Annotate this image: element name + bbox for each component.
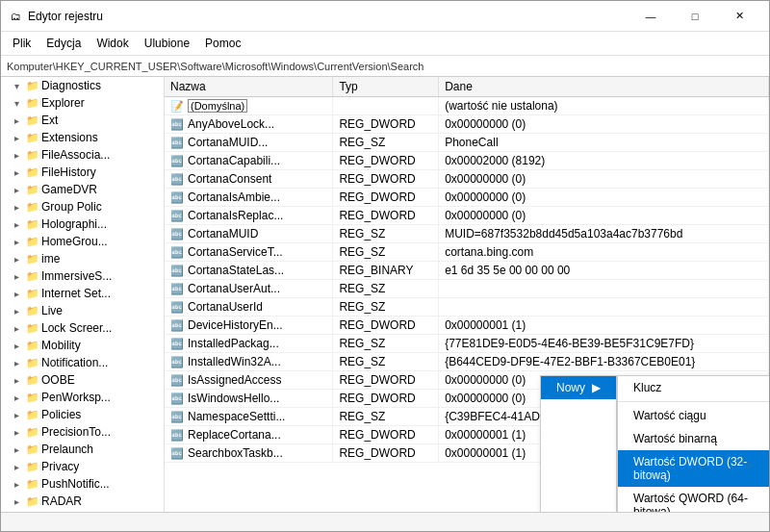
submenu-item[interactable]: Klucz <box>618 376 769 399</box>
table-row[interactable]: 🔤CortanaIsAmbie...REG_DWORD0x00000000 (0… <box>165 189 769 207</box>
expand-icon[interactable]: ▸ <box>14 185 24 195</box>
registry-editor-window: 🗂 Edytor rejestru — □ ✕ PlikEdycjaWidokU… <box>0 0 770 532</box>
sidebar-item[interactable]: ▸📁Internet Set... <box>1 285 164 302</box>
new-menu-item[interactable]: Nowy ▶ <box>541 376 616 399</box>
reg-value-icon: 🔤 <box>170 374 184 386</box>
sidebar-item[interactable]: ▸📁PenWorksp... <box>1 389 164 406</box>
expand-icon[interactable]: ▸ <box>14 150 24 161</box>
reg-value-icon: 🔤 <box>170 429 184 441</box>
expand-icon[interactable]: ▸ <box>14 323 24 334</box>
menu-item-pomoc[interactable]: Pomoc <box>197 34 248 53</box>
sidebar-item[interactable]: ▸📁ImmersiveS... <box>1 267 164 285</box>
table-row[interactable]: 🔤CortanaMUID...REG_SZPhoneCall <box>165 134 769 152</box>
sidebar[interactable]: ▾📁Diagnostics▾📁Explorer▸📁Ext▸📁Extensions… <box>1 77 165 512</box>
expand-icon[interactable]: ▸ <box>14 219 24 230</box>
expand-icon[interactable]: ▸ <box>14 358 24 368</box>
sidebar-item[interactable]: ▸📁Holographi... <box>1 215 164 233</box>
reg-value-icon: 🔤 <box>170 301 184 313</box>
expand-icon[interactable]: ▸ <box>14 202 24 213</box>
folder-icon: 📁 <box>26 235 39 248</box>
sidebar-item-label: PushNotific... <box>41 477 110 491</box>
cell-data: 0x00002000 (8192) <box>439 152 769 170</box>
sidebar-item[interactable]: ▾📁Diagnostics <box>1 77 164 94</box>
expand-icon[interactable]: ▸ <box>14 444 24 455</box>
table-row[interactable]: 🔤CortanaIsReplac...REG_DWORD0x00000000 (… <box>165 207 769 225</box>
default-value-label: (Domyślna) <box>188 99 247 113</box>
sidebar-item[interactable]: ▸📁Ext <box>1 112 164 129</box>
sidebar-item[interactable]: ▸📁Lock Screer... <box>1 319 164 337</box>
sidebar-item[interactable]: ▾📁Explorer <box>1 94 164 112</box>
cell-type: REG_DWORD <box>333 426 439 444</box>
cell-name: 🔤CortanaMUID <box>165 225 333 243</box>
sidebar-item[interactable]: ▸📁Notification... <box>1 354 164 371</box>
sidebar-item[interactable]: ▸📁Mobility <box>1 337 164 354</box>
expand-icon[interactable]: ▸ <box>14 341 24 351</box>
menu-item-widok[interactable]: Widok <box>89 34 136 53</box>
new-label: Nowy <box>556 381 585 394</box>
menu-item-plik[interactable]: Plik <box>5 34 38 53</box>
submenu-item[interactable]: Wartość ciągu <box>618 404 769 427</box>
sidebar-item[interactable]: ▸📁Live <box>1 302 164 319</box>
reg-value-icon: 🔤 <box>170 338 184 349</box>
table-row[interactable]: 📝(Domyślna)(wartość nie ustalona) <box>165 97 769 115</box>
cell-data: (wartość nie ustalona) <box>439 97 769 115</box>
sidebar-item[interactable]: ▸📁Group Polic <box>1 198 164 215</box>
expand-icon[interactable]: ▸ <box>14 167 24 178</box>
sidebar-item[interactable]: ▸📁ime <box>1 250 164 267</box>
submenu-item[interactable]: Wartość QWORD (64-bitową) <box>618 487 769 512</box>
status-bar <box>1 512 769 531</box>
sidebar-item[interactable]: ▸📁FileAssocia... <box>1 146 164 164</box>
expand-icon[interactable]: ▸ <box>14 237 24 247</box>
menu-item-ulubione[interactable]: Ulubione <box>137 34 197 53</box>
table-row[interactable]: 🔤CortanaCapabili...REG_DWORD0x00002000 (… <box>165 152 769 170</box>
sidebar-item[interactable]: ▸📁Extensions <box>1 129 164 146</box>
sidebar-item[interactable]: ▸📁RADAR <box>1 493 164 510</box>
cell-type: REG_SZ <box>333 353 439 371</box>
sidebar-item[interactable]: ▸📁OOBE <box>1 371 164 389</box>
maximize-button[interactable]: □ <box>673 5 717 28</box>
expand-icon[interactable]: ▾ <box>14 81 24 91</box>
submenu-item[interactable]: Wartość DWORD (32-bitową) <box>618 450 769 487</box>
folder-icon: 📁 <box>26 443 39 456</box>
expand-icon[interactable]: ▸ <box>14 271 24 282</box>
table-row[interactable]: 🔤CortanaServiceT...REG_SZcortana.bing.co… <box>165 243 769 262</box>
folder-icon: 📁 <box>26 460 39 473</box>
sidebar-item[interactable]: ▸📁GameDVR <box>1 181 164 198</box>
table-row[interactable]: 🔤CortanaUserAut...REG_SZ <box>165 280 769 298</box>
table-row[interactable]: 🔤CortanaStateLas...REG_BINARYe1 6d 35 5e… <box>165 262 769 280</box>
table-row[interactable]: 🔤AnyAboveLock...REG_DWORD0x00000000 (0) <box>165 115 769 134</box>
table-row[interactable]: 🔤CortanaConsentREG_DWORD0x00000000 (0) <box>165 170 769 189</box>
folder-icon: 📁 <box>26 304 39 317</box>
table-row[interactable]: 🔤DeviceHistoryEn...REG_DWORD0x00000001 (… <box>165 317 769 335</box>
sidebar-item[interactable]: ▸📁Prelaunch <box>1 441 164 458</box>
expand-icon[interactable]: ▸ <box>14 479 24 490</box>
minimize-button[interactable]: — <box>629 5 673 28</box>
main-content: ▾📁Diagnostics▾📁Explorer▸📁Ext▸📁Extensions… <box>1 77 769 512</box>
expand-icon[interactable]: ▸ <box>14 375 24 386</box>
expand-icon[interactable]: ▸ <box>14 462 24 472</box>
expand-icon[interactable]: ▾ <box>14 98 24 109</box>
sidebar-item[interactable]: ▸📁Policies <box>1 406 164 423</box>
sidebar-item[interactable]: ▸📁PushNotific... <box>1 475 164 493</box>
sidebar-item[interactable]: ▸📁Privacy <box>1 458 164 475</box>
table-row[interactable]: 🔤InstalledWin32A...REG_SZ{B644CED9-DF9E-… <box>165 353 769 371</box>
expand-icon[interactable]: ▸ <box>14 289 24 299</box>
sidebar-item[interactable]: ▸📁PrecisionTo... <box>1 423 164 441</box>
expand-icon[interactable]: ▸ <box>14 427 24 438</box>
table-row[interactable]: 🔤CortanaUserIdREG_SZ <box>165 298 769 317</box>
menu-item-edycja[interactable]: Edycja <box>38 34 89 53</box>
sidebar-item[interactable]: ▸📁HomeGrou... <box>1 233 164 250</box>
close-button[interactable]: ✕ <box>717 5 761 28</box>
expand-icon[interactable]: ▸ <box>14 393 24 403</box>
table-row[interactable]: 🔤CortanaMUIDREG_SZMUID=687f3532b8dd45d5a… <box>165 225 769 243</box>
expand-icon[interactable]: ▸ <box>14 133 24 143</box>
expand-icon[interactable]: ▸ <box>14 306 24 317</box>
expand-icon[interactable]: ▸ <box>14 254 24 265</box>
table-row[interactable]: 🔤InstalledPackag...REG_SZ{77E81DE9-E0D5-… <box>165 335 769 353</box>
submenu-item[interactable]: Wartość binarną <box>618 427 769 450</box>
expand-icon[interactable]: ▸ <box>14 496 24 507</box>
sidebar-item[interactable]: ▸📁FileHistory <box>1 164 164 181</box>
expand-icon[interactable]: ▸ <box>14 115 24 126</box>
expand-icon[interactable]: ▸ <box>14 410 24 420</box>
cell-type: REG_DWORD <box>333 189 439 207</box>
